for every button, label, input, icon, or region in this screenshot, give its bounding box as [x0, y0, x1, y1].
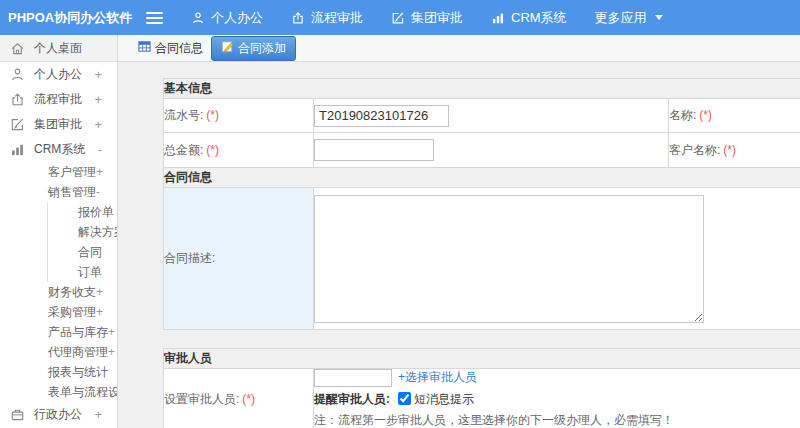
briefcase-icon [10, 407, 25, 422]
sidebar-item-contract[interactable]: 合同 [48, 242, 117, 262]
sms-remind-checkbox[interactable] [398, 392, 411, 405]
pencil-icon [221, 40, 234, 56]
table-icon [138, 40, 151, 56]
bar-chart-icon [491, 11, 505, 25]
contract-desc-textarea[interactable] [314, 195, 704, 323]
expand-icon: + [94, 117, 102, 132]
bar-chart-icon [10, 142, 25, 157]
sidebar-item-desktop[interactable]: 个人桌面 [0, 35, 117, 62]
menu-toggle-icon[interactable] [146, 9, 163, 27]
edit-icon [391, 11, 405, 25]
sidebar-item-finance[interactable]: 财务收支 + [0, 282, 117, 302]
user-icon [10, 67, 25, 82]
top-bar: PHPOA协同办公软件 个人办公 流程审批 集团审批 CRM系统 更多应用 [0, 0, 800, 35]
sidebar-item-group-approval[interactable]: 集团审批 + [0, 112, 117, 137]
expand-icon: + [108, 345, 115, 359]
sidebar-item-solution[interactable]: 解决方案 [48, 222, 117, 242]
sales-submenu: 报价单 解决方案 合同 订单 [47, 202, 117, 282]
customer-name-label: 客户名称:(*) [669, 133, 800, 168]
top-nav: 个人办公 流程审批 集团审批 CRM系统 更多应用 [191, 9, 691, 27]
sidebar-item-form-flow-settings[interactable]: 表单与流程设置 + [0, 382, 117, 402]
sidebar-item-quotation[interactable]: 报价单 [48, 202, 117, 222]
expand-icon: + [96, 285, 103, 299]
sidebar: 个人桌面 个人办公 + 流程审批 + 集团审批 + CRM系统 - 客户管理 + [0, 35, 118, 428]
crm-submenu: 客户管理 + 销售管理 - 报价单 解决方案 合同 订单 财务收支 + 采购管理… [0, 162, 117, 402]
sidebar-item-workflow-approval[interactable]: 流程审批 + [0, 87, 117, 112]
expand-icon: + [94, 407, 102, 422]
sms-remind-label: 短消息提示 [414, 392, 474, 406]
tab-contract-info[interactable]: 合同信息 [138, 40, 203, 57]
home-icon [10, 41, 25, 56]
sidebar-item-sales-mgmt[interactable]: 销售管理 - [0, 182, 117, 202]
user-icon [191, 11, 205, 25]
section-contract-info: 合同信息 [164, 168, 800, 188]
tab-bar: 合同信息 合同添加 [118, 35, 800, 62]
sidebar-item-order[interactable]: 订单 [48, 262, 117, 282]
section-approver: 审批人员 [164, 349, 800, 369]
name-label: 名称:(*) [669, 99, 800, 133]
main-content: 合同信息 合同添加 基本信息 流水号:(*) 名称: [118, 35, 800, 428]
approver-table: 审批人员 设置审批人员:(*) +选择审批人员 提醒审批人员:短消息提示 注：流… [163, 348, 800, 428]
serial-number-input[interactable] [314, 105, 449, 127]
remind-approver-label: 提醒审批人员: [314, 392, 390, 406]
expand-icon: + [96, 165, 103, 179]
total-amount-label: 总金额:(*) [164, 133, 314, 168]
serial-number-label: 流水号:(*) [164, 99, 314, 133]
choose-approver-link[interactable]: +选择审批人员 [398, 370, 477, 384]
sidebar-item-crm-system[interactable]: CRM系统 - [0, 137, 117, 162]
collapse-icon: - [98, 142, 102, 157]
sidebar-item-purchase-mgmt[interactable]: 采购管理 + [0, 302, 117, 322]
upload-icon [291, 11, 305, 25]
contract-form-table: 基本信息 流水号:(*) 名称:(*) 总金额:(*) [163, 78, 800, 330]
expand-icon: + [94, 67, 102, 82]
contract-add-form: 基本信息 流水号:(*) 名称:(*) 总金额:(*) [118, 62, 800, 428]
upload-icon [10, 92, 25, 107]
total-amount-input[interactable] [314, 139, 434, 161]
caret-down-icon [655, 15, 663, 20]
approver-input[interactable] [314, 369, 392, 387]
sidebar-item-reports-stats[interactable]: 报表与统计 [0, 362, 117, 382]
sidebar-item-admin-office[interactable]: 行政办公 + [0, 402, 117, 427]
nav-workflow-approval[interactable]: 流程审批 [291, 9, 363, 27]
nav-group-approval[interactable]: 集团审批 [391, 9, 463, 27]
section-basic-info: 基本信息 [164, 79, 800, 99]
sidebar-item-customer-mgmt[interactable]: 客户管理 + [0, 162, 117, 182]
expand-icon: + [94, 92, 102, 107]
set-approver-label: 设置审批人员:(*) [164, 369, 314, 428]
expand-icon: + [108, 325, 115, 339]
sidebar-item-product-inventory[interactable]: 产品与库存 + [0, 322, 117, 342]
sidebar-item-agent-mgmt[interactable]: 代理商管理 + [0, 342, 117, 362]
expand-icon: + [96, 305, 103, 319]
edit-icon [10, 117, 25, 132]
sidebar-item-personal-office[interactable]: 个人办公 + [0, 62, 117, 87]
nav-more-apps[interactable]: 更多应用 [595, 9, 663, 27]
approver-note: 注：流程第一步审批人员，这里选择你的下一级办理人，必需填写！ [314, 412, 800, 428]
contract-desc-label: 合同描述: [164, 188, 314, 330]
collapse-icon: - [96, 185, 100, 199]
nav-crm-system[interactable]: CRM系统 [491, 9, 567, 27]
tab-contract-add[interactable]: 合同添加 [211, 36, 296, 61]
app-logo: PHPOA协同办公软件 [0, 9, 128, 27]
nav-personal-office[interactable]: 个人办公 [191, 9, 263, 27]
